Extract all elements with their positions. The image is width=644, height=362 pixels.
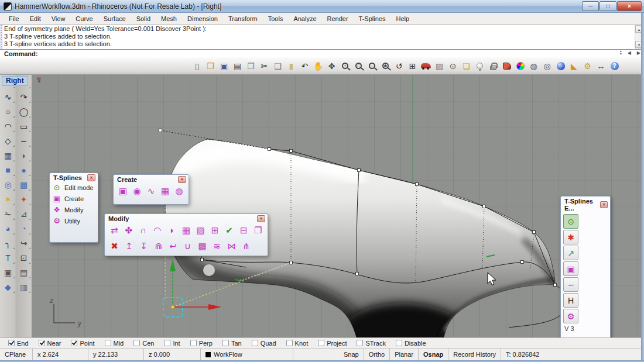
bend-surface-tool[interactable]: ◗ [16, 148, 32, 163]
polygon-tool[interactable]: ◇ [0, 133, 16, 148]
checkbox[interactable] [252, 340, 258, 346]
checkbox[interactable] [286, 340, 293, 346]
ortho-toggle[interactable]: Ortho [364, 349, 390, 360]
ts-hotkeys[interactable]: H [563, 293, 578, 308]
ts-uncrease[interactable]: ↧ [136, 239, 151, 253]
drag-point-tool[interactable]: ⊡ [16, 250, 32, 265]
osnap-tan[interactable]: Tan [222, 340, 242, 347]
ts-insert-edge[interactable]: ▧ [193, 223, 208, 237]
checkbox[interactable] [164, 340, 170, 346]
extrude-tool[interactable]: ▥ [16, 280, 32, 294]
ts-flip[interactable]: ↩ [166, 239, 180, 253]
paste[interactable]: ▮ [285, 59, 298, 73]
undo[interactable]: ↶ [298, 59, 311, 73]
ts-bend-surface[interactable]: ∪ [180, 239, 195, 253]
ghosted-display[interactable]: ◎ [540, 59, 554, 73]
osnap-near[interactable]: Near [39, 340, 61, 347]
lightning-tool[interactable]: ✦ [16, 192, 32, 206]
save-file[interactable]: ▣ [217, 59, 231, 73]
export-page[interactable]: ❐ [244, 59, 258, 73]
ts-sphere-cage[interactable]: ◍ [172, 184, 186, 198]
viewport-layout[interactable]: ⊞ [406, 59, 419, 73]
close-button[interactable]: × [617, 1, 642, 11]
tsplines-panel[interactable]: T-Splines × ⊙ Edit mode ▣ Create [49, 173, 98, 243]
viewport-right[interactable]: z y [32, 75, 641, 337]
checkbox[interactable] [71, 340, 77, 346]
ts-smooth[interactable]: ✤ [122, 223, 136, 237]
print[interactable]: ▤ [231, 59, 244, 73]
ts-convert[interactable]: ⇄ [107, 223, 122, 237]
arc-tool[interactable]: ◠ [0, 119, 16, 133]
osnap-project[interactable]: Project [318, 340, 347, 347]
shaded-display[interactable] [500, 59, 513, 73]
ts-select-face[interactable]: ✔ [222, 223, 237, 237]
menu-item[interactable]: Solid [131, 14, 156, 23]
ts-shell[interactable]: ◠ [150, 223, 165, 237]
ts-append[interactable]: ▦ [179, 223, 194, 237]
split-tool[interactable]: ⊿ [16, 206, 32, 221]
ts-crease[interactable]: ↥ [122, 239, 136, 253]
osnap-strack[interactable]: STrack [357, 340, 385, 347]
checkbox[interactable] [222, 340, 229, 346]
ts-create-tools[interactable]: ▣ [563, 261, 578, 276]
undo-view[interactable]: ↺ [392, 59, 406, 73]
osnap-quad[interactable]: Quad [252, 340, 276, 347]
osnap-int[interactable]: Int [164, 340, 180, 347]
history-forward-icon[interactable]: ▶ [637, 50, 640, 56]
copy[interactable]: ❑ [271, 59, 285, 73]
ts-box-primitive[interactable]: ▣ [116, 184, 130, 198]
create-panel[interactable]: Create × ▣ ◉ ∿ ▦ ◍ [113, 174, 189, 205]
command-history[interactable]: End of symmetry plane ( Weld=Yes Toleran… [4, 25, 633, 49]
dimension[interactable]: ↔ [594, 59, 608, 73]
ts-subdivide[interactable]: ⊟ [237, 223, 251, 237]
checkbox[interactable] [133, 340, 140, 346]
ts-quadball[interactable]: ◉ [130, 184, 144, 198]
trim-tool[interactable]: ✁ [0, 206, 16, 221]
ts-utility[interactable]: ⚙ Utility [50, 215, 98, 226]
menu-item[interactable]: T-Splines [354, 14, 391, 23]
radius[interactable]: ⊙ [446, 59, 460, 73]
new-file[interactable]: ▯ [190, 59, 204, 73]
ts-create[interactable]: ▣ Create [50, 193, 98, 204]
record-history-toggle[interactable]: Record History [448, 349, 501, 360]
ts-edit-mode[interactable]: ⊙ Edit mode [50, 182, 98, 193]
ts-split[interactable]: ⋔ [239, 239, 254, 253]
osnap-mid[interactable]: Mid [105, 340, 124, 347]
checkbox[interactable] [105, 340, 111, 346]
ts-weld[interactable]: ⊞ [208, 223, 222, 237]
command-input[interactable] [37, 50, 644, 57]
ts-lattice[interactable]: ▩ [195, 239, 210, 253]
sphere-tool[interactable]: ● [16, 163, 32, 177]
close-icon[interactable]: × [178, 176, 186, 183]
ts-plane[interactable]: ▦ [158, 184, 172, 198]
ts-extrude[interactable]: ◗ [165, 223, 179, 237]
checkbox[interactable] [396, 340, 402, 346]
torus-tool[interactable]: ◎ [0, 177, 16, 192]
menu-item[interactable]: View [46, 14, 71, 23]
fillet-tool[interactable]: ╮ [0, 236, 16, 250]
array-tool[interactable]: ▤ [16, 265, 32, 280]
boolean-difference-tool[interactable]: ◔ [16, 221, 32, 236]
layer-indicator[interactable]: WorkFlow [201, 349, 293, 360]
viewport-title[interactable]: Right [2, 76, 28, 86]
checkbox[interactable] [8, 340, 15, 346]
osnap-point[interactable]: Point [71, 340, 94, 347]
close-icon[interactable]: × [600, 201, 608, 208]
wireframe-display[interactable]: ◍ [527, 59, 540, 73]
close-icon[interactable]: × [257, 215, 265, 222]
title-bar[interactable]: HammerWorkflow.3dm - Rhinoceros (Not For… [0, 0, 644, 13]
help[interactable]: ? [608, 59, 621, 73]
menu-item[interactable]: Mesh [156, 14, 182, 23]
osnap-perp[interactable]: Perp [190, 340, 213, 347]
osnap-knot[interactable]: Knot [286, 340, 309, 347]
ts-edit-mode-toggle[interactable]: ⊙ [563, 214, 578, 229]
lock-objects[interactable] [487, 59, 500, 73]
ts-duplicate[interactable]: ❐ [251, 223, 265, 237]
pan-view[interactable]: ✋ [311, 59, 325, 73]
ts-pipe[interactable]: ∿ [144, 184, 158, 198]
options[interactable]: ⚙ [581, 59, 594, 73]
menu-item[interactable]: Edit [25, 14, 46, 23]
snap-toggle[interactable]: Snap [339, 349, 364, 360]
ts-move-cv[interactable]: ↗ [563, 246, 578, 260]
panel-title-bar[interactable]: T-Splines × [50, 173, 98, 182]
